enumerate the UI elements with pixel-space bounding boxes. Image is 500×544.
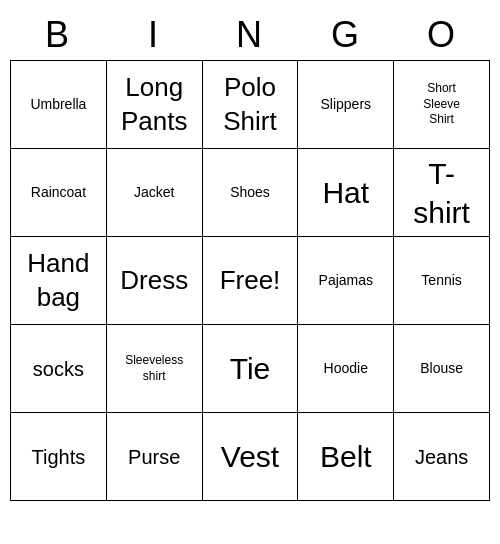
cell-label: Hat	[322, 173, 369, 212]
bingo-grid: UmbrellaLong PantsPolo ShirtSlippersShor…	[10, 60, 490, 501]
cell-label: Jacket	[134, 183, 174, 201]
bingo-cell[interactable]: Slippers	[298, 61, 394, 149]
bingo-cell[interactable]: Pajamas	[298, 237, 394, 325]
header-letter: O	[394, 10, 490, 60]
bingo-cell[interactable]: Purse	[107, 413, 203, 501]
cell-label: Tennis	[421, 271, 461, 289]
header-letter: N	[202, 10, 298, 60]
bingo-cell[interactable]: Jeans	[394, 413, 490, 501]
cell-label: Hoodie	[324, 359, 368, 377]
bingo-cell[interactable]: Tie	[203, 325, 299, 413]
cell-label: Umbrella	[30, 95, 86, 113]
bingo-cell[interactable]: Umbrella	[11, 61, 107, 149]
cell-label: Jeans	[415, 444, 468, 470]
bingo-cell[interactable]: Dress	[107, 237, 203, 325]
bingo-cell[interactable]: Tights	[11, 413, 107, 501]
bingo-cell[interactable]: Polo Shirt	[203, 61, 299, 149]
header-letter: G	[298, 10, 394, 60]
header-letter: B	[10, 10, 106, 60]
bingo-cell[interactable]: Long Pants	[107, 61, 203, 149]
cell-label: Short Sleeve Shirt	[423, 81, 460, 128]
bingo-cell[interactable]: Jacket	[107, 149, 203, 237]
cell-label: Slippers	[320, 95, 371, 113]
bingo-cell[interactable]: Sleeveless shirt	[107, 325, 203, 413]
bingo-cell[interactable]: Raincoat	[11, 149, 107, 237]
bingo-cell[interactable]: Hoodie	[298, 325, 394, 413]
cell-label: Blouse	[420, 359, 463, 377]
cell-label: Shoes	[230, 183, 270, 201]
cell-label: Sleeveless shirt	[125, 353, 183, 384]
bingo-cell[interactable]: Belt	[298, 413, 394, 501]
cell-label: Purse	[128, 444, 180, 470]
bingo-cell[interactable]: Blouse	[394, 325, 490, 413]
bingo-cell[interactable]: Vest	[203, 413, 299, 501]
bingo-cell[interactable]: Tennis	[394, 237, 490, 325]
cell-label: Dress	[120, 264, 188, 298]
cell-label: Tie	[230, 349, 271, 388]
cell-label: Raincoat	[31, 183, 86, 201]
bingo-cell[interactable]: T- shirt	[394, 149, 490, 237]
cell-label: Long Pants	[121, 71, 188, 139]
bingo-cell[interactable]: Free!	[203, 237, 299, 325]
cell-label: Pajamas	[319, 271, 373, 289]
cell-label: Tights	[32, 444, 86, 470]
bingo-cell[interactable]: Short Sleeve Shirt	[394, 61, 490, 149]
cell-label: Belt	[320, 437, 372, 476]
cell-label: Hand bag	[27, 247, 89, 315]
bingo-header: BINGO	[10, 10, 490, 60]
bingo-cell[interactable]: Hat	[298, 149, 394, 237]
cell-label: Free!	[220, 264, 281, 298]
cell-label: Vest	[221, 437, 279, 476]
bingo-card: BINGO UmbrellaLong PantsPolo ShirtSlippe…	[10, 10, 490, 501]
header-letter: I	[106, 10, 202, 60]
bingo-cell[interactable]: socks	[11, 325, 107, 413]
cell-label: T- shirt	[413, 154, 470, 232]
bingo-cell[interactable]: Hand bag	[11, 237, 107, 325]
bingo-cell[interactable]: Shoes	[203, 149, 299, 237]
cell-label: Polo Shirt	[223, 71, 276, 139]
cell-label: socks	[33, 356, 84, 382]
